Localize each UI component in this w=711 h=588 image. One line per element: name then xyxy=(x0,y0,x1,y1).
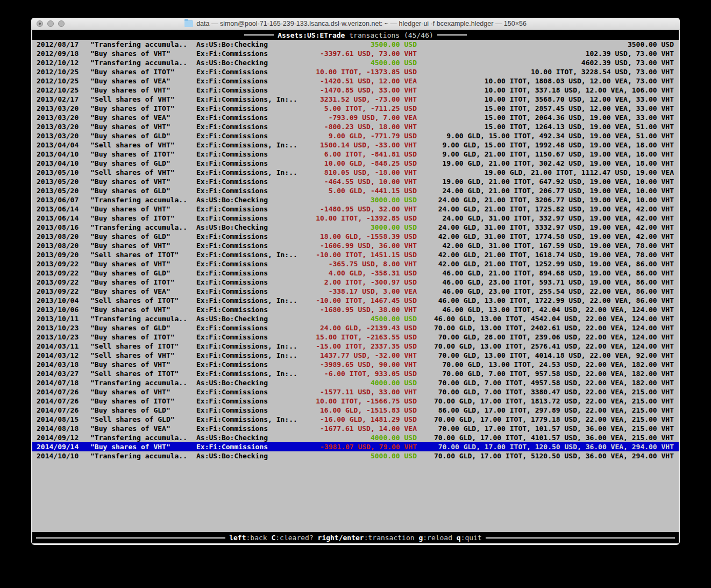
table-row[interactable]: 2014/07/26 "Buy shares of VHT" Ex:Fi:Com… xyxy=(32,387,679,396)
cell-other-accounts: Ex:Fi:Commissions xyxy=(196,406,302,415)
cell-other-accounts: Ex:Fi:Commissions xyxy=(196,67,302,76)
cell-date: 2013/03/20 xyxy=(37,131,90,140)
table-row[interactable]: 2012/10/25 "Buy shares of VEA" Ex:Fi:Com… xyxy=(32,76,679,86)
cell-other-accounts: Ex:Fi:Commissions, In:.. xyxy=(196,140,302,150)
cell-date: 2013/05/20 xyxy=(37,186,90,195)
cell-description: "Buy shares of VHT" xyxy=(90,49,196,58)
cell-running-balance: 46.00 GLD, 23.00 ITOT, 593.71 USD, 19.00… xyxy=(417,278,674,287)
table-row[interactable]: 2013/04/04 "Sell shares of VHT" Ex:Fi:Co… xyxy=(32,140,679,150)
table-row[interactable]: 2013/04/10 "Buy shares of GLD" Ex:Fi:Com… xyxy=(32,159,679,168)
cell-description: "Buy shares of VHT" xyxy=(90,387,196,396)
cell-description: "Transfering accumula.. xyxy=(90,433,196,442)
folder-icon xyxy=(184,20,193,27)
cell-change-amount: 5.00 GLD, -441.15 USD xyxy=(302,186,417,195)
cell-description: "Transfering accumula.. xyxy=(90,378,196,387)
cell-description: "Transfering accumula.. xyxy=(90,314,196,323)
table-row[interactable]: 2014/08/15 "Sell shares of GLD" Ex:Fi:Co… xyxy=(32,415,679,424)
table-row[interactable]: 2013/08/20 "Buy shares of GLD" Ex:Fi:Com… xyxy=(32,232,679,241)
table-row[interactable]: 2013/10/23 "Buy shares of GLD" Ex:Fi:Com… xyxy=(32,323,679,332)
table-row[interactable]: 2014/07/26 "Buy shares of ITOT" Ex:Fi:Co… xyxy=(32,396,679,406)
cell-change-amount: 3000.00 USD xyxy=(302,195,417,204)
cell-change-amount: 3000.00 USD xyxy=(302,223,417,232)
table-row[interactable]: 2013/09/22 "Buy shares of VEA" Ex:Fi:Com… xyxy=(32,287,679,296)
cell-change-amount: -3981.07 USD, 79.00 VHT xyxy=(302,442,417,451)
minimize-button[interactable] xyxy=(47,20,54,27)
cell-change-amount: 5.00 ITOT, -711.25 USD xyxy=(302,104,417,113)
cell-description: "Buy shares of VEA" xyxy=(90,76,196,86)
cell-other-accounts: Ex:Fi:Commissions, In:.. xyxy=(196,342,302,351)
cell-running-balance: 70.00 GLD, 17.00 ITOT, 5120.50 USD, 36.0… xyxy=(417,451,674,461)
cell-running-balance: 70.00 GLD, 13.00 ITOT, 24.53 USD, 22.00 … xyxy=(417,360,674,369)
cell-date: 2012/10/25 xyxy=(37,86,90,95)
table-row[interactable]: 2013/09/22 "Buy shares of ITOT" Ex:Fi:Co… xyxy=(32,278,679,287)
cell-running-balance: 70.00 GLD, 17.00 ITOT, 1779.18 USD, 22.0… xyxy=(417,415,674,424)
table-row[interactable]: 2013/05/10 "Sell shares of VHT" Ex:Fi:Co… xyxy=(32,168,679,177)
table-row[interactable]: 2014/07/18 "Transfering accumula.. As:US… xyxy=(32,378,679,387)
table-row[interactable]: 2014/03/18 "Buy shares of VHT" Ex:Fi:Com… xyxy=(32,360,679,369)
cell-date: 2013/04/10 xyxy=(37,150,90,159)
table-row[interactable]: 2012/10/12 "Transfering accumula.. As:US… xyxy=(32,58,679,67)
table-row[interactable]: 2014/10/10 "Transfering accumula.. As:US… xyxy=(32,451,679,461)
table-row[interactable]: 2013/02/17 "Sell shares of VHT" Ex:Fi:Co… xyxy=(32,95,679,104)
cell-other-accounts: Ex:Fi:Commissions xyxy=(196,287,302,296)
cell-running-balance: 10.00 ITOT, 1808.03 USD, 12.00 VEA, 73.0… xyxy=(417,76,674,86)
table-row[interactable]: 2013/03/20 "Buy shares of GLD" Ex:Fi:Com… xyxy=(32,131,679,140)
table-row[interactable]: 2013/09/22 "Buy shares of GLD" Ex:Fi:Com… xyxy=(32,268,679,278)
table-row[interactable]: 2013/06/14 "Buy shares of VHT" Ex:Fi:Com… xyxy=(32,204,679,214)
table-row[interactable]: 2012/10/25 "Buy shares of ITOT" Ex:Fi:Co… xyxy=(32,67,679,76)
table-row[interactable]: 2012/09/18 "Buy shares of VHT" Ex:Fi:Com… xyxy=(32,49,679,58)
cell-running-balance: 15.00 ITOT, 2857.45 USD, 12.00 VEA, 33.0… xyxy=(417,104,674,113)
table-row[interactable]: 2013/10/06 "Buy shares of VHT" Ex:Fi:Com… xyxy=(32,305,679,314)
table-row[interactable]: 2014/03/11 "Sell shares of ITOT" Ex:Fi:C… xyxy=(32,342,679,351)
table-row[interactable]: 2013/05/20 "Buy shares of GLD" Ex:Fi:Com… xyxy=(32,186,679,195)
key-hint-action: :transaction xyxy=(364,534,415,542)
table-row[interactable]: 2012/08/17 "Transfering accumula.. As:US… xyxy=(32,40,679,49)
cell-other-accounts: Ex:Fi:Commissions, In:.. xyxy=(196,296,302,305)
cell-change-amount: 4000.00 USD xyxy=(302,378,417,387)
window-titlebar[interactable]: data — simon@pool-71-165-239-133.lsanca.… xyxy=(31,18,680,30)
cell-description: "Buy shares of VHT" xyxy=(90,442,196,451)
header-dash-left xyxy=(244,34,274,36)
table-row[interactable]: 2013/03/20 "Buy shares of VHT" Ex:Fi:Com… xyxy=(32,122,679,131)
cell-date: 2013/02/17 xyxy=(37,95,90,104)
table-row[interactable]: 2014/09/12 "Transfering accumula.. As:US… xyxy=(32,433,679,442)
table-row[interactable]: 2013/10/11 "Transfering accumula.. As:US… xyxy=(32,314,679,323)
table-row[interactable]: 2013/09/20 "Sell shares of ITOT" Ex:Fi:C… xyxy=(32,250,679,259)
cell-running-balance: 9.00 GLD, 15.00 ITOT, 492.34 USD, 19.00 … xyxy=(417,131,674,140)
table-row[interactable]: 2014/08/18 "Buy shares of VEA" Ex:Fi:Com… xyxy=(32,424,679,433)
table-row[interactable]: 2013/09/22 "Buy shares of VHT" Ex:Fi:Com… xyxy=(32,259,679,268)
table-row[interactable]: 2013/08/16 "Transfering accumula.. As:US… xyxy=(32,223,679,232)
cell-date: 2013/10/04 xyxy=(37,296,90,305)
cell-description: "Sell shares of VHT" xyxy=(90,351,196,360)
table-row[interactable]: 2014/07/26 "Buy shares of GLD" Ex:Fi:Com… xyxy=(32,406,679,415)
cell-date: 2013/10/11 xyxy=(37,314,90,323)
cell-change-amount: -1470.85 USD, 33.00 VHT xyxy=(302,86,417,95)
cell-date: 2013/03/20 xyxy=(37,104,90,113)
table-row[interactable]: 2013/10/23 "Buy shares of ITOT" Ex:Fi:Co… xyxy=(32,332,679,342)
table-row[interactable]: 2014/03/27 "Sell shares of ITOT" Ex:Fi:C… xyxy=(32,369,679,378)
table-row[interactable]: 2012/10/25 "Buy shares of VHT" Ex:Fi:Com… xyxy=(32,86,679,95)
cell-running-balance: 42.00 GLD, 31.00 ITOT, 167.59 USD, 19.00… xyxy=(417,241,674,250)
cell-running-balance: 70.00 GLD, 13.00 ITOT, 2576.41 USD, 22.0… xyxy=(417,342,674,351)
window-title-text: data — simon@pool-71-165-239-133.lsanca.… xyxy=(196,20,527,27)
zoom-button[interactable] xyxy=(58,20,65,27)
table-row[interactable]: 2014/09/14 "Buy shares of VHT" Ex:Fi:Com… xyxy=(32,442,679,451)
cell-date: 2013/03/20 xyxy=(37,122,90,131)
table-row[interactable]: 2013/03/20 "Buy shares of ITOT" Ex:Fi:Co… xyxy=(32,104,679,113)
cell-other-accounts: As:US:Bo:Checking xyxy=(196,433,302,442)
cell-running-balance: 70.00 GLD, 7.00 ITOT, 3380.47 USD, 22.00… xyxy=(417,387,674,396)
cell-change-amount: -800.23 USD, 18.00 VHT xyxy=(302,122,417,131)
table-row[interactable]: 2013/06/14 "Buy shares of ITOT" Ex:Fi:Co… xyxy=(32,214,679,223)
table-row[interactable]: 2013/06/07 "Transfering accumula.. As:US… xyxy=(32,195,679,204)
cell-change-amount: 9.00 GLD, -771.79 USD xyxy=(302,131,417,140)
table-row[interactable]: 2013/05/20 "Buy shares of VHT" Ex:Fi:Com… xyxy=(32,177,679,186)
table-row[interactable]: 2013/04/10 "Buy shares of ITOT" Ex:Fi:Co… xyxy=(32,150,679,159)
close-button[interactable] xyxy=(37,20,43,27)
cell-running-balance: 86.00 GLD, 17.00 ITOT, 297.89 USD, 22.00… xyxy=(417,406,674,415)
table-row[interactable]: 2013/08/20 "Buy shares of VHT" Ex:Fi:Com… xyxy=(32,241,679,250)
table-row[interactable]: 2013/03/20 "Buy shares of VEA" Ex:Fi:Com… xyxy=(32,113,679,122)
cell-description: "Sell shares of ITOT" xyxy=(90,250,196,259)
table-row[interactable]: 2014/03/12 "Sell shares of VHT" Ex:Fi:Co… xyxy=(32,351,679,360)
table-row[interactable]: 2013/10/04 "Sell shares of ITOT" Ex:Fi:C… xyxy=(32,296,679,305)
cell-other-accounts: As:US:Bo:Checking xyxy=(196,223,302,232)
